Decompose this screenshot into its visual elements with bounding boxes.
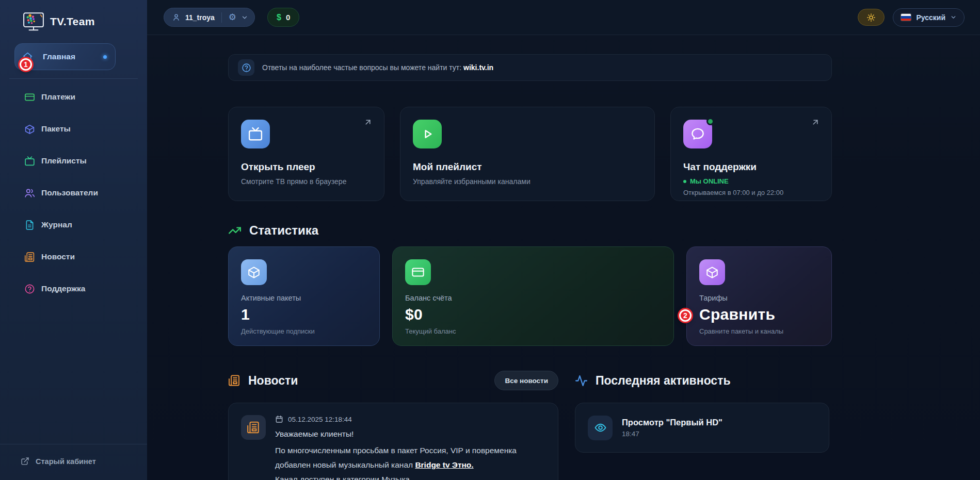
faq-text: Ответы на наиболее частые вопросы вы мож… bbox=[262, 63, 463, 72]
sidebar-item-packages[interactable]: Пакеты bbox=[0, 113, 147, 145]
tv-icon bbox=[241, 120, 270, 148]
russian-flag-icon bbox=[901, 13, 911, 21]
sidebar-nav: Главная Платежи Пакеты Плейл bbox=[0, 43, 147, 305]
package-icon bbox=[24, 124, 35, 135]
brand-logo: TV.Team bbox=[0, 0, 147, 36]
all-news-button[interactable]: Все новости bbox=[494, 371, 558, 390]
brand-name: TV.Team bbox=[50, 15, 95, 28]
online-status-dot bbox=[706, 118, 714, 125]
news-title: Новости bbox=[248, 374, 298, 388]
bottom-section: Новости Все новости 05.12.2 bbox=[228, 371, 980, 480]
card-title: Мой плейлист bbox=[413, 161, 642, 173]
card-title: Открыть плеер bbox=[241, 161, 372, 173]
sidebar-item-label: Пользователи bbox=[41, 188, 98, 197]
news-tail: Канал доступен в категории Музыка bbox=[275, 472, 545, 480]
online-status: Мы ONLINE bbox=[683, 177, 819, 185]
question-circle-icon bbox=[238, 59, 254, 76]
language-label: Русский bbox=[916, 13, 945, 22]
my-playlist-card[interactable]: Мой плейлист Управляйте избранными канал… bbox=[400, 107, 655, 201]
news-header: Новости Все новости bbox=[228, 371, 558, 390]
activity-column: Последняя активность Просмотр "Первый HD… bbox=[575, 371, 829, 480]
sidebar-item-label: Поддержка bbox=[41, 284, 85, 293]
activity-item-title: Просмотр "Первый HD" bbox=[622, 418, 722, 427]
credit-card-icon bbox=[405, 259, 431, 285]
newspaper-icon bbox=[228, 374, 240, 387]
sidebar-item-label: Новости bbox=[41, 252, 75, 261]
gear-icon[interactable]: ⚙ bbox=[229, 13, 236, 22]
compare-link[interactable]: Сравнить bbox=[699, 306, 819, 323]
sidebar-item-news[interactable]: Новости bbox=[0, 241, 147, 273]
stat-sub: Действующие подписки bbox=[241, 327, 367, 335]
chip-divider bbox=[221, 12, 222, 23]
card-title: Чат поддержки bbox=[683, 161, 819, 173]
activity-header: Последняя активность bbox=[575, 371, 829, 390]
external-link-icon bbox=[21, 457, 29, 466]
users-icon bbox=[24, 188, 35, 198]
help-circle-icon bbox=[24, 284, 35, 294]
open-player-card[interactable]: Открыть плеер Смотрите ТВ прямо в браузе… bbox=[228, 107, 384, 201]
news-item: 05.12.2025 12:18:44 Уважаемые клиенты! П… bbox=[228, 403, 558, 480]
sidebar-item-support[interactable]: Поддержка bbox=[0, 273, 147, 305]
stat-label: Тарифы bbox=[699, 294, 819, 302]
user-menu[interactable]: 11_troya ⚙ bbox=[164, 8, 255, 27]
arrow-up-right-icon bbox=[811, 118, 820, 127]
active-indicator-dot bbox=[103, 55, 107, 59]
tv-icon bbox=[24, 156, 35, 167]
eye-icon bbox=[588, 416, 613, 440]
news-channel-link[interactable]: Bridge tv Этно. bbox=[415, 460, 473, 469]
annotation-marker-2: 2 bbox=[679, 309, 692, 322]
sidebar-divider bbox=[9, 78, 138, 79]
user-icon bbox=[172, 13, 181, 22]
sidebar-item-label: Плейлисты bbox=[41, 156, 87, 165]
wiki-link[interactable]: wiki.tv.in bbox=[463, 63, 493, 72]
online-label: Мы ONLINE bbox=[690, 177, 729, 185]
sidebar-item-label: Журнал bbox=[41, 220, 72, 229]
dollar-icon: $ bbox=[277, 13, 281, 22]
newspaper-icon bbox=[241, 415, 266, 440]
sidebar-item-journal[interactable]: Журнал bbox=[0, 209, 147, 241]
support-hours: Открываемся в 07:00 и до 22:00 bbox=[683, 189, 819, 196]
old-cabinet-label: Старый кабинет bbox=[36, 457, 96, 466]
stats-title: Статистика bbox=[249, 223, 318, 238]
news-greeting: Уважаемые клиенты! bbox=[275, 429, 545, 439]
balance-value: 0 bbox=[286, 13, 290, 22]
file-text-icon bbox=[24, 220, 35, 230]
balance-pill[interactable]: $ 0 bbox=[267, 8, 299, 27]
package-icon bbox=[241, 259, 267, 285]
news-date-row: 05.12.2025 12:18:44 bbox=[275, 415, 545, 423]
news-body: По многочисленным просьбам в пакет Росси… bbox=[275, 443, 545, 472]
tv-team-logo-icon bbox=[23, 12, 44, 31]
chevron-down-icon[interactable] bbox=[241, 14, 248, 21]
news-item-content: 05.12.2025 12:18:44 Уважаемые клиенты! П… bbox=[275, 415, 545, 480]
topbar: 11_troya ⚙ $ 0 Русский bbox=[147, 0, 980, 35]
sun-icon bbox=[866, 13, 876, 22]
chevron-down-icon bbox=[950, 14, 957, 21]
stat-value: $0 bbox=[405, 306, 661, 323]
stat-sub: Сравните пакеты и каналы bbox=[699, 327, 819, 335]
sidebar-item-playlists[interactable]: Плейлисты bbox=[0, 145, 147, 177]
tariffs-compare-card[interactable]: Тарифы Сравнить Сравните пакеты и каналы bbox=[686, 246, 832, 346]
faq-banner-text: Ответы на наиболее частые вопросы вы мож… bbox=[262, 63, 493, 72]
news-column: Новости Все новости 05.12.2 bbox=[228, 371, 558, 480]
sidebar-item-users[interactable]: Пользователи bbox=[0, 177, 147, 209]
card-subtitle: Управляйте избранными каналами bbox=[413, 177, 642, 186]
sidebar-item-label: Платежи bbox=[41, 92, 75, 102]
sidebar: TV.Team Главная Платежи П bbox=[0, 0, 147, 480]
arrow-up-right-icon bbox=[363, 118, 373, 127]
language-selector[interactable]: Русский bbox=[893, 8, 965, 27]
activity-item-content: Просмотр "Первый HD" 18:47 bbox=[622, 418, 722, 438]
stat-sub: Текущий баланс bbox=[405, 327, 661, 335]
stats-header: Статистика bbox=[228, 223, 980, 238]
package-open-icon bbox=[699, 259, 725, 285]
old-cabinet-link[interactable]: Старый кабинет bbox=[0, 444, 147, 480]
stat-label: Активные пакеты bbox=[241, 294, 367, 302]
theme-toggle-button[interactable] bbox=[858, 9, 885, 26]
stats-cards: Активные пакеты 1 Действующие подписки Б… bbox=[228, 246, 832, 346]
news-body-text: По многочисленным просьбам в пакет Росси… bbox=[275, 446, 517, 469]
credit-card-icon bbox=[24, 92, 35, 103]
sidebar-item-payments[interactable]: Платежи bbox=[0, 81, 147, 113]
support-chat-card[interactable]: Чат поддержки Мы ONLINE Открываемся в 07… bbox=[670, 107, 832, 201]
card-subtitle: Смотрите ТВ прямо в браузере bbox=[241, 177, 372, 186]
annotation-marker-1: 1 bbox=[20, 58, 32, 71]
app-root: TV.Team Главная Платежи П bbox=[0, 0, 980, 480]
